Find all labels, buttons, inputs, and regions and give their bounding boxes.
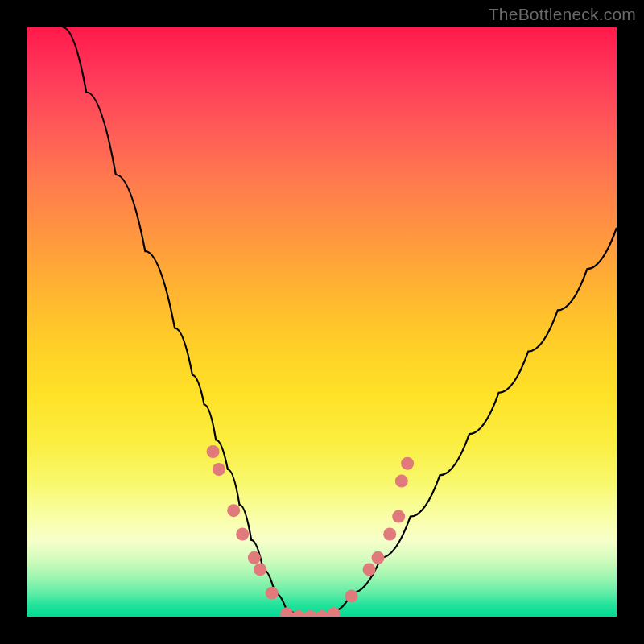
sample-dot xyxy=(401,457,414,470)
sample-dot xyxy=(266,587,279,600)
sample-dot xyxy=(280,607,293,617)
sample-dot xyxy=(292,610,305,617)
sample-points xyxy=(207,445,414,617)
sample-dot xyxy=(254,563,266,576)
sample-dot xyxy=(213,463,225,476)
sample-dot xyxy=(383,528,396,541)
sample-dot xyxy=(392,510,405,523)
bottleneck-curve xyxy=(63,27,617,617)
sample-dot xyxy=(227,504,240,517)
sample-dot xyxy=(248,551,261,564)
sample-dot xyxy=(345,589,358,602)
chart-frame: TheBottleneck.com xyxy=(0,0,644,644)
sample-dot xyxy=(372,551,385,564)
watermark-text: TheBottleneck.com xyxy=(489,5,636,24)
sample-dot xyxy=(395,475,408,488)
sample-dot xyxy=(236,528,249,541)
sample-dot xyxy=(316,610,328,617)
sample-dot xyxy=(363,563,376,576)
plot-area xyxy=(27,27,617,617)
sample-dot xyxy=(303,610,316,617)
sample-dot xyxy=(207,445,220,458)
chart-svg xyxy=(27,27,617,617)
